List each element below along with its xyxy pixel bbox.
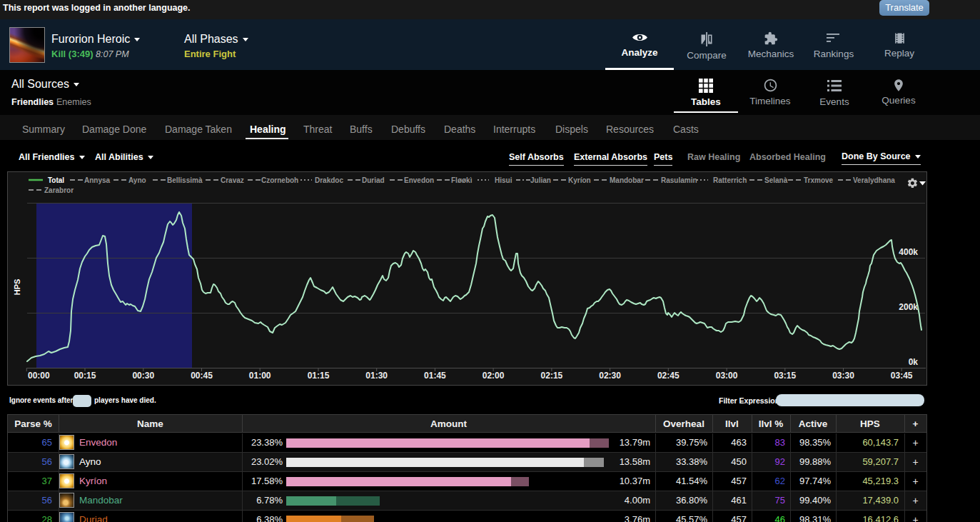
svg-text:Kyríon: Kyríon bbox=[568, 176, 591, 184]
svg-text:Trxmove: Trxmove bbox=[804, 176, 834, 184]
svg-text:00:00: 00:00 bbox=[28, 371, 50, 381]
svg-text:01:00: 01:00 bbox=[249, 371, 271, 381]
svg-text:03:45: 03:45 bbox=[891, 371, 913, 381]
svg-text:02:45: 02:45 bbox=[657, 371, 680, 381]
svg-text:Julian: Julian bbox=[530, 176, 551, 184]
svg-text:0k: 0k bbox=[909, 357, 919, 367]
svg-text:02:00: 02:00 bbox=[483, 371, 505, 381]
svg-text:Duriad: Duriad bbox=[362, 176, 385, 184]
svg-text:Ratterrich: Ratterrich bbox=[713, 176, 747, 184]
svg-text:01:15: 01:15 bbox=[308, 371, 330, 381]
svg-text:Envedon: Envedon bbox=[404, 176, 434, 184]
svg-text:Cravaz: Cravaz bbox=[221, 176, 244, 184]
svg-text:00:15: 00:15 bbox=[74, 371, 96, 381]
svg-text:HPS: HPS bbox=[13, 279, 21, 296]
svg-text:Czorneboh: Czorneboh bbox=[261, 176, 298, 184]
svg-text:Hisui: Hisui bbox=[495, 176, 512, 184]
svg-text:Annysa: Annysa bbox=[84, 176, 111, 184]
svg-text:03:15: 03:15 bbox=[774, 371, 796, 381]
svg-text:Zarabror: Zarabror bbox=[44, 186, 74, 194]
svg-text:01:45: 01:45 bbox=[424, 371, 446, 381]
svg-text:Mandobar: Mandobar bbox=[610, 176, 644, 184]
svg-text:03:00: 03:00 bbox=[716, 371, 738, 381]
svg-text:02:30: 02:30 bbox=[599, 371, 621, 381]
svg-text:03:30: 03:30 bbox=[832, 371, 854, 381]
svg-text:Total: Total bbox=[48, 176, 64, 184]
svg-text:00:30: 00:30 bbox=[132, 371, 154, 381]
svg-text:Veralydhana: Veralydhana bbox=[853, 176, 895, 184]
svg-text:Rasulamin: Rasulamin bbox=[661, 176, 697, 184]
svg-text:00:45: 00:45 bbox=[191, 371, 213, 381]
svg-text:Selanà: Selanà bbox=[764, 176, 788, 184]
svg-text:Drakdoc: Drakdoc bbox=[315, 176, 343, 184]
svg-text:02:15: 02:15 bbox=[541, 371, 563, 381]
svg-text:200k: 200k bbox=[899, 302, 918, 312]
svg-text:Ayno: Ayno bbox=[128, 176, 146, 184]
svg-text:01:30: 01:30 bbox=[365, 371, 388, 381]
svg-text:Bellissimà: Bellissimà bbox=[167, 176, 203, 184]
svg-text:Fløøkì: Fløøkì bbox=[451, 176, 473, 184]
svg-text:400k: 400k bbox=[899, 247, 918, 257]
